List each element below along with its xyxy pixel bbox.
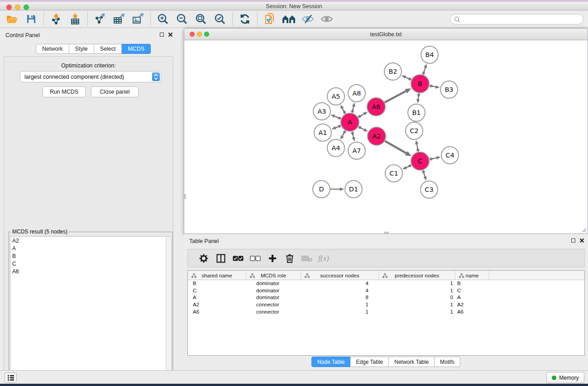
result-item[interactable]: C xyxy=(10,260,171,267)
edge-C-C4[interactable] xyxy=(430,156,441,161)
node-B1[interactable]: B1 xyxy=(408,104,425,121)
tab-edge-table[interactable]: Edge Table xyxy=(350,357,389,367)
show-all-button[interactable] xyxy=(320,12,334,26)
export-network-button[interactable] xyxy=(93,12,107,26)
horizontal-scroll-nub[interactable] xyxy=(384,232,389,234)
cell-MCDS-role[interactable]: dominator xyxy=(246,280,301,287)
cell-name[interactable]: A xyxy=(455,294,489,301)
tab-node-table[interactable]: Node Table xyxy=(311,357,351,367)
node-A5[interactable]: A5 xyxy=(327,88,344,105)
table-row[interactable]: A2connector11A2 xyxy=(188,301,584,309)
export-table-button[interactable] xyxy=(112,12,126,26)
table-row[interactable]: Bdominator41B xyxy=(188,280,584,287)
cell-successor-nodes[interactable]: 1 xyxy=(301,301,379,309)
cell-successor-nodes[interactable]: 8 xyxy=(301,294,379,301)
zoom-in-button[interactable] xyxy=(156,12,170,26)
run-mcds-button[interactable]: Run MCDS xyxy=(43,86,86,97)
result-item[interactable]: B xyxy=(10,252,171,260)
network-window-title-bar[interactable]: testGlobe.txt xyxy=(184,28,588,40)
column-header-shared-name[interactable]: shared name xyxy=(188,271,246,280)
node-A4[interactable]: A4 xyxy=(327,139,344,157)
float-table-panel-icon[interactable] xyxy=(571,238,575,243)
node-D1[interactable]: D1 xyxy=(345,181,362,198)
deselect-all-button[interactable] xyxy=(249,252,262,265)
tab-network-table[interactable]: Network Table xyxy=(389,357,435,367)
edge-A6-B[interactable] xyxy=(385,88,411,102)
criterion-select[interactable]: largest connected component (directed) xyxy=(20,71,161,82)
edge-A-A1[interactable] xyxy=(332,124,341,129)
edge-A-A3[interactable] xyxy=(331,114,341,120)
column-header-MCDS-role[interactable]: MCDS role xyxy=(246,271,301,280)
node-B3[interactable]: B3 xyxy=(440,81,458,98)
edge-A-A2[interactable] xyxy=(359,125,368,131)
edge-A-A4[interactable] xyxy=(340,130,346,139)
tab-network[interactable]: Network xyxy=(36,44,69,54)
node-C1[interactable]: C1 xyxy=(385,165,402,182)
column-header-predecessor-nodes[interactable]: predecessor nodes xyxy=(379,271,455,280)
cell-predecessor-nodes[interactable]: 0 xyxy=(379,294,455,301)
node-B[interactable]: B xyxy=(411,75,429,93)
node-A8[interactable]: A8 xyxy=(348,85,365,102)
edge-C-C1[interactable] xyxy=(402,164,411,169)
node-A[interactable]: A xyxy=(341,113,359,131)
edge-C-C3[interactable] xyxy=(421,170,426,181)
table-row[interactable]: A6connector11A6 xyxy=(188,309,584,316)
edge-D-D1[interactable] xyxy=(330,187,344,191)
cell-shared-name[interactable]: A xyxy=(188,294,246,301)
node-B4[interactable]: B4 xyxy=(421,46,438,63)
delete-row-button[interactable] xyxy=(283,252,296,265)
refresh-button[interactable] xyxy=(238,12,252,26)
node-A1[interactable]: A1 xyxy=(314,124,331,141)
table-row[interactable]: Cdominator41C xyxy=(188,287,584,295)
zoom-fit-button[interactable] xyxy=(194,12,208,26)
zoom-out-button[interactable] xyxy=(175,12,189,26)
node-C[interactable]: C xyxy=(411,152,429,170)
cell-MCDS-role[interactable]: dominator xyxy=(246,287,301,295)
cell-MCDS-role[interactable]: connector xyxy=(246,309,301,316)
import-table-button[interactable] xyxy=(68,12,82,26)
cell-name[interactable]: B xyxy=(455,280,489,287)
column-header-name[interactable]: name xyxy=(455,271,489,280)
edge-A-A6[interactable] xyxy=(358,112,368,119)
table-row[interactable]: Adominator80A xyxy=(188,294,584,301)
node-D[interactable]: D xyxy=(313,181,330,198)
tab-style[interactable]: Style xyxy=(69,44,94,54)
add-row-button[interactable] xyxy=(266,252,279,265)
edge-A-A5[interactable] xyxy=(340,105,346,114)
cell-name[interactable]: A2 xyxy=(455,301,489,309)
column-header-successor-nodes[interactable]: successor nodes xyxy=(301,271,379,280)
result-item[interactable]: A xyxy=(10,244,171,252)
export-image-button[interactable] xyxy=(131,12,145,26)
tab-mcds[interactable]: MCDS xyxy=(122,44,151,54)
import-network-button[interactable] xyxy=(49,12,63,26)
zoom-selected-button[interactable] xyxy=(213,12,227,26)
node-C2[interactable]: C2 xyxy=(406,122,423,139)
vertical-scroll-nub[interactable] xyxy=(184,194,186,199)
edge-A2-C[interactable] xyxy=(385,141,411,156)
cell-predecessor-nodes[interactable]: 1 xyxy=(379,309,455,316)
node-C4[interactable]: C4 xyxy=(441,147,459,164)
network-canvas[interactable]: B4B2BB3A8A5A6A3B1AA1C2A2A4A7C4CC1DD1C3 xyxy=(184,40,588,234)
column-layout-button[interactable] xyxy=(214,252,228,265)
edge-A-A8[interactable] xyxy=(351,102,355,113)
memory-button[interactable]: Memory xyxy=(546,372,584,383)
float-panel-icon[interactable] xyxy=(160,33,164,37)
new-network-from-selection-button[interactable] xyxy=(263,12,277,26)
close-table-panel-icon[interactable] xyxy=(579,238,584,243)
cell-name[interactable]: C xyxy=(455,287,489,295)
cell-successor-nodes[interactable]: 4 xyxy=(301,280,379,287)
cell-shared-name[interactable]: B xyxy=(188,280,246,287)
cell-MCDS-role[interactable]: dominator xyxy=(246,294,301,301)
edge-A-A7[interactable] xyxy=(351,131,355,141)
node-B2[interactable]: B2 xyxy=(384,63,402,80)
search-input[interactable] xyxy=(450,14,583,24)
open-file-button[interactable] xyxy=(5,12,19,26)
close-panel-icon[interactable] xyxy=(168,32,173,37)
cell-name[interactable]: A6 xyxy=(455,309,489,316)
cell-MCDS-role[interactable]: connector xyxy=(246,301,301,309)
node-A6[interactable]: A6 xyxy=(367,98,385,116)
table-settings-button[interactable] xyxy=(197,252,210,265)
cell-shared-name[interactable]: C xyxy=(188,287,246,295)
result-scrollbar[interactable] xyxy=(166,237,171,382)
node-A7[interactable]: A7 xyxy=(348,142,365,159)
